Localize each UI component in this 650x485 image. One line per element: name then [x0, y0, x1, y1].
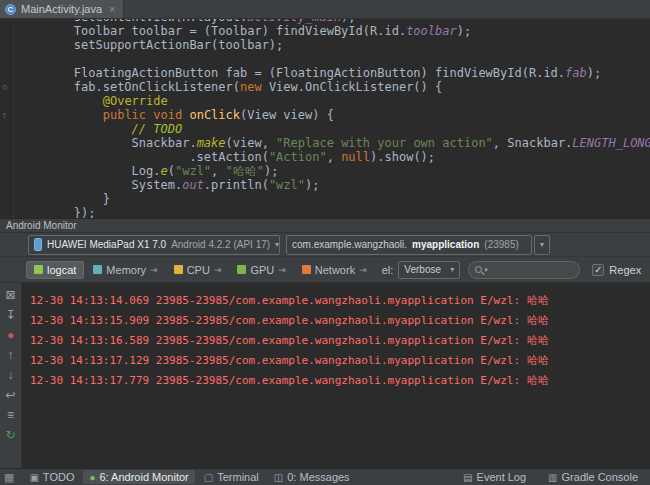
clear-logcat-icon[interactable]: ⊠: [3, 287, 19, 303]
restart-icon[interactable]: ↻: [3, 427, 19, 443]
detach-arrow-icon: ⇥: [150, 265, 158, 275]
regex-label: Regex: [609, 264, 641, 276]
code-line: [16, 52, 650, 66]
process-package: com.example.wangzhaoli.: [292, 239, 407, 250]
gradle-console-button[interactable]: ▥Gradle Console: [542, 470, 644, 484]
editor-tab-bar: C MainActivity.java ×: [0, 0, 650, 19]
device-selector[interactable]: HUAWEI MediaPad X1 7.0 Android 4.2.2 (AP…: [28, 235, 280, 255]
device-os-version: Android 4.2.2 (API 17): [171, 239, 270, 250]
code-lines[interactable]: setContentView(R.layout.activity_main); …: [14, 19, 650, 218]
chevron-down-icon: ▾: [450, 265, 454, 274]
monitor-tabs-toolbar: logcatMemory⇥CPU⇥GPU⇥Network⇥ el: Verbos…: [0, 257, 650, 283]
android-monitor-panel: Android Monitor HUAWEI MediaPad X1 7.0 A…: [0, 218, 650, 468]
monitor-tab-label: Network: [315, 264, 355, 276]
logcat-tab-icon: [34, 265, 43, 274]
android-monitor-title: Android Monitor: [6, 220, 77, 231]
gradle-console-button-label: Gradle Console: [562, 471, 638, 483]
event-log-button[interactable]: ▤Event Log: [457, 470, 532, 484]
process-selector-arrow[interactable]: ▾: [534, 235, 550, 255]
code-line: // TODO: [16, 122, 650, 136]
code-line: Log.e("wzl", "哈哈");: [16, 164, 650, 178]
status-bar: ▦ ▣TODO●6: Android Monitor▢Terminal◫0: M…: [0, 468, 650, 485]
todo-icon: ▣: [29, 472, 38, 483]
log-line: 12-30 14:13:14.069 23985-23985/com.examp…: [30, 291, 650, 311]
todo-button-label: TODO: [43, 471, 75, 483]
terminal-icon: ▢: [204, 472, 213, 483]
print-icon[interactable]: ≡: [3, 407, 19, 423]
monitor-tab-label: logcat: [47, 264, 76, 276]
code-line: fab.setOnClickListener(new View.OnClickL…: [16, 80, 650, 94]
chevron-down-icon: ▾: [275, 240, 279, 249]
code-line: public void onClick(View view) {: [16, 108, 650, 122]
device-name: HUAWEI MediaPad X1 7.0: [47, 239, 166, 250]
detach-arrow-icon: ⇥: [214, 265, 222, 275]
code-line: FloatingActionButton fab = (FloatingActi…: [16, 66, 650, 80]
monitor-tab-memory[interactable]: Memory⇥: [86, 262, 164, 278]
log-level-label: el:: [382, 264, 394, 276]
detach-arrow-icon: ⇥: [278, 265, 286, 275]
monitor-tab-network[interactable]: Network⇥: [295, 262, 374, 278]
overriding-method-gutter-icon[interactable]: ↑: [2, 110, 7, 120]
todo-button[interactable]: ▣TODO: [23, 470, 80, 484]
code-line: });: [16, 206, 650, 218]
close-tab-icon[interactable]: ×: [109, 3, 115, 15]
memory-tab-icon: [93, 265, 102, 274]
process-app-name: myapplication: [412, 239, 479, 250]
logcat-search-field[interactable]: ▾: [468, 261, 580, 279]
monitor-tabs: logcatMemory⇥CPU⇥GPU⇥Network⇥: [26, 261, 374, 279]
code-line: .setAction("Action", null).show();: [16, 150, 650, 164]
detach-arrow-icon: ⇥: [359, 265, 367, 275]
scroll-to-end-icon[interactable]: ↧: [3, 307, 19, 323]
stop-icon[interactable]: ●: [3, 327, 19, 343]
device-phone-icon: [34, 238, 42, 251]
statusbar-left-items: ▣TODO●6: Android Monitor▢Terminal◫0: Mes…: [23, 470, 355, 484]
log-line: 12-30 14:13:17.129 23985-23985/com.examp…: [30, 351, 650, 371]
messages-icon: ◫: [274, 472, 283, 483]
regex-checkbox[interactable]: ✓ Regex: [592, 264, 641, 276]
checkbox-checked-icon: ✓: [592, 264, 604, 276]
monitor-device-toolbar: HUAWEI MediaPad X1 7.0 Android 4.2.2 (AP…: [0, 233, 650, 257]
anonymous-class-gutter-icon[interactable]: ○: [2, 82, 7, 92]
gpu-tab-icon: [237, 265, 246, 274]
code-line: }: [16, 192, 650, 206]
code-line: Toolbar toolbar = (Toolbar) findViewById…: [16, 24, 650, 38]
code-line: @Override: [16, 94, 650, 108]
down-stack-trace-icon[interactable]: ↓: [3, 367, 19, 383]
code-line: Snackbar.make(view, "Replace with your o…: [16, 136, 650, 150]
logcat-search-input[interactable]: [490, 264, 573, 275]
gradle-console-icon: ▥: [548, 472, 557, 483]
monitor-tab-gpu[interactable]: GPU⇥: [230, 262, 292, 278]
log-level-value: Verbose: [404, 264, 441, 275]
code-editor[interactable]: ○↑ setContentView(R.layout.activity_main…: [0, 19, 650, 218]
search-icon: [475, 266, 482, 273]
tool-window-toggle-icon[interactable]: ▦: [4, 471, 14, 484]
logcat-panel: ⊠↧●↑↓↩≡↻ 12-30 14:13:14.069 23985-23985/…: [0, 283, 650, 468]
logcat-output[interactable]: 12-30 14:13:14.069 23985-23985/com.examp…: [22, 283, 650, 468]
monitor-tab-label: Memory: [106, 264, 146, 276]
editor-gutter: ○↑: [0, 19, 14, 218]
messages-button-label: 0: Messages: [287, 471, 349, 483]
code-line: setSupportActionBar(toolbar);: [16, 38, 650, 52]
terminal-button[interactable]: ▢Terminal: [198, 470, 265, 484]
messages-button[interactable]: ◫0: Messages: [268, 470, 356, 484]
java-class-icon: C: [5, 4, 16, 15]
editor-tab-mainactivity[interactable]: C MainActivity.java ×: [0, 0, 124, 18]
cpu-tab-icon: [174, 265, 183, 274]
network-tab-icon: [302, 265, 311, 274]
soft-wrap-icon[interactable]: ↩: [3, 387, 19, 403]
monitor-tab-label: GPU: [250, 264, 274, 276]
monitor-tab-logcat[interactable]: logcat: [26, 261, 84, 279]
process-selector[interactable]: com.example.wangzhaoli.myapplication (23…: [286, 235, 532, 255]
editor-tab-title: MainActivity.java: [21, 3, 102, 15]
log-line: 12-30 14:13:16.589 23985-23985/com.examp…: [30, 331, 650, 351]
monitor-tab-cpu[interactable]: CPU⇥: [167, 262, 229, 278]
log-level-select[interactable]: Verbose ▾: [398, 261, 460, 279]
android-studio-window: C MainActivity.java × ○↑ setContentView(…: [0, 0, 650, 485]
android-monitor-header[interactable]: Android Monitor: [0, 218, 650, 233]
search-options-arrow-icon[interactable]: ▾: [484, 266, 488, 274]
up-stack-trace-icon[interactable]: ↑: [3, 347, 19, 363]
android-monitor-button-label: 6: Android Monitor: [99, 471, 188, 483]
logcat-toolbar-strip: ⊠↧●↑↓↩≡↻: [0, 283, 22, 468]
android-monitor-button[interactable]: ●6: Android Monitor: [83, 470, 194, 484]
event-log-button-label: Event Log: [477, 471, 527, 483]
